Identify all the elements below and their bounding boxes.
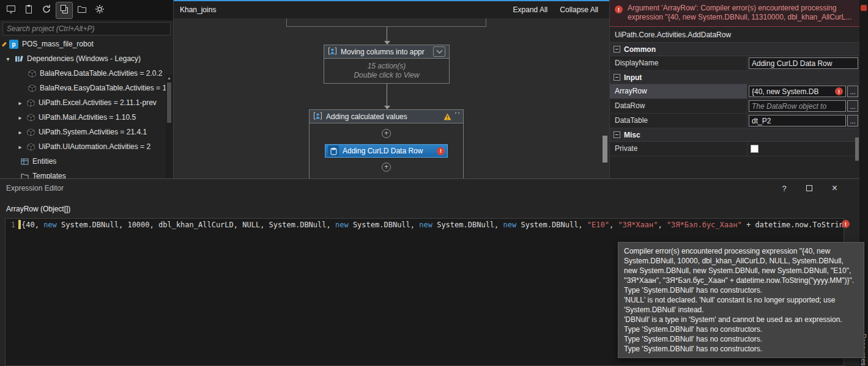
datarow-ellipsis-button[interactable]: ...: [847, 100, 858, 112]
activity-moving-columns[interactable]: Moving columns into appr 15 action(s) Do…: [324, 45, 450, 84]
scrollbar-thumb[interactable]: [167, 82, 171, 123]
collapse-section-icon[interactable]: [614, 74, 620, 81]
property-name[interactable]: DataTable: [610, 114, 747, 128]
tree-item-label: Templates: [32, 172, 66, 178]
arrayrow-ellipsis-button[interactable]: ...: [847, 86, 858, 97]
project-panel: p POS_mass_file_robot Dependencies (Wind…: [0, 0, 174, 178]
section-title: Misc: [624, 131, 640, 139]
activity-title: Adding CurLD Data Row: [343, 147, 433, 155]
workflow-canvas: Khan_joins Expand All Collapse All Movin…: [174, 0, 610, 178]
add-activity-button[interactable]: [382, 129, 391, 138]
chevron-right-icon[interactable]: [17, 100, 23, 106]
canvas-scrollbar-thumb[interactable]: [603, 136, 607, 163]
tooltip-line: Type 'System.DBNull' has no constructors…: [624, 344, 858, 354]
file-explorer-button[interactable]: [74, 2, 90, 18]
tree-item-package[interactable]: BalaReva.EasyDataTable.Activities = 1: [0, 81, 173, 95]
clipped-activity-box[interactable]: [286, 18, 486, 27]
help-icon[interactable]: ?: [782, 184, 786, 193]
arrayrow-expression-input[interactable]: {40, new System.DB: [749, 86, 846, 97]
properties-panel: Argument 'ArrayRow': Compiler error(s) e…: [610, 0, 859, 178]
section-title: Input: [624, 73, 642, 82]
panel-title: Expression Editor: [6, 184, 64, 192]
error-badge-icon: [437, 147, 445, 155]
package-icon: [27, 143, 35, 151]
pencil-icon: [2, 42, 7, 46]
collapsed-summary[interactable]: 15 action(s) Double click to View: [324, 59, 450, 84]
property-name[interactable]: ArrayRow: [610, 84, 747, 98]
expand-all-button[interactable]: Expand All: [513, 5, 548, 14]
code-token: System.DBNull,: [432, 221, 503, 229]
datatable-expression-input[interactable]: dt_P2: [749, 115, 846, 126]
chevron-right-icon[interactable]: [17, 114, 23, 121]
code-token: ,: [658, 221, 666, 229]
project-settings-button[interactable]: [21, 2, 37, 18]
tree-item-project-root[interactable]: p POS_mass_file_robot: [0, 37, 173, 51]
tree-item-package[interactable]: UiPath.Excel.Activities = 2.11.1-prev: [0, 95, 173, 110]
datarow-expression-input[interactable]: The DataRow object to: [749, 100, 846, 112]
tooltip-line: Type 'System.DBNull' has no constructors…: [624, 324, 858, 334]
settings-button[interactable]: [92, 2, 108, 18]
collapse-section-icon[interactable]: [614, 131, 620, 138]
package-icon: [28, 70, 36, 78]
displayname-input[interactable]: Adding CurLD Data Row: [749, 57, 858, 69]
activity-title: Adding calculated values: [326, 112, 440, 121]
maximize-icon[interactable]: [806, 185, 812, 191]
code-token: new: [43, 221, 57, 229]
tooltip-line: Type 'System.DBNull' has no constructors…: [624, 285, 858, 295]
property-name[interactable]: Private: [610, 142, 747, 156]
activity-adding-calculated-values[interactable]: Adding calculated values Adding CurLD Da…: [309, 109, 464, 178]
chevron-right-icon[interactable]: [17, 144, 23, 150]
tree-item-package[interactable]: UiPath.System.Activities = 21.4.1: [0, 125, 173, 139]
tree-item-dependencies[interactable]: Dependencies (Windows - Legacy): [0, 51, 173, 66]
close-icon[interactable]: ×: [832, 183, 837, 194]
refresh-button[interactable]: [39, 2, 54, 18]
section-misc[interactable]: Misc: [610, 128, 859, 142]
tree-item-label: BalaReva.DataTable.Activities = 2.0.2: [40, 69, 162, 78]
chevron-down-icon: [436, 48, 442, 54]
monitor-icon: [6, 4, 16, 16]
show-all-files-button[interactable]: [56, 2, 72, 18]
private-checkbox[interactable]: [751, 145, 759, 153]
property-row-datarow: DataRow The DataRow object to ...: [610, 99, 859, 114]
code-token: new: [419, 221, 432, 229]
tree-item-package[interactable]: UiPath.UIAutomation.Activities = 2: [0, 139, 173, 154]
line-number: 1: [8, 221, 15, 229]
tree-item-label: UiPath.Mail.Activities = 1.10.5: [39, 113, 136, 122]
chevron-right-icon[interactable]: [17, 129, 23, 136]
code-token: ,: [609, 221, 618, 229]
folder-icon: [21, 172, 29, 179]
double-click-hint: Double click to View: [324, 71, 449, 80]
tree-item-package[interactable]: UiPath.Mail.Activities = 1.10.5: [0, 110, 173, 125]
tree-item-package[interactable]: BalaReva.DataTable.Activities = 2.0.2: [0, 66, 173, 81]
tab-khan-joins[interactable]: Khan_joins: [180, 5, 216, 14]
add-activity-button[interactable]: [382, 163, 391, 172]
code-token: new: [503, 221, 517, 229]
open-main-workflow-button[interactable]: [3, 2, 19, 18]
search-input[interactable]: [2, 22, 171, 35]
gear-icon: [95, 4, 105, 16]
property-name[interactable]: DataRow: [610, 99, 747, 113]
action-count: 15 action(s): [324, 62, 449, 71]
collapse-button[interactable]: [455, 112, 459, 121]
validation-error-banner: Argument 'ArrayRow': Compiler error(s) e…: [610, 0, 859, 27]
property-name: DisplayName: [610, 56, 747, 70]
property-value: {40, new System.DB: [752, 87, 833, 96]
project-tree-scrollbar[interactable]: [166, 75, 172, 178]
property-placeholder: The DataRow object to: [752, 102, 843, 111]
properties-scrollbar-thumb[interactable]: [855, 137, 859, 161]
datatable-ellipsis-button[interactable]: ...: [847, 115, 858, 126]
collapse-all-button[interactable]: Collapse All: [560, 5, 598, 14]
scroll-up-icon[interactable]: [166, 75, 172, 81]
chevron-down-icon[interactable]: [5, 56, 11, 62]
tree-item-templates[interactable]: Templates: [0, 169, 173, 178]
section-common[interactable]: Common: [610, 43, 859, 56]
section-input[interactable]: Input: [610, 71, 859, 84]
notification-icon[interactable]: [861, 5, 867, 11]
error-badge-icon: [835, 87, 843, 95]
collapse-section-icon[interactable]: [614, 46, 620, 53]
activity-adding-curld-data-row[interactable]: Adding CurLD Data Row: [325, 144, 448, 158]
canvas-body[interactable]: Moving columns into appr 15 action(s) Do…: [174, 18, 609, 178]
tree-item-entities[interactable]: Entities: [0, 154, 173, 169]
flow-connector: [387, 27, 387, 41]
expand-button[interactable]: [433, 46, 445, 57]
